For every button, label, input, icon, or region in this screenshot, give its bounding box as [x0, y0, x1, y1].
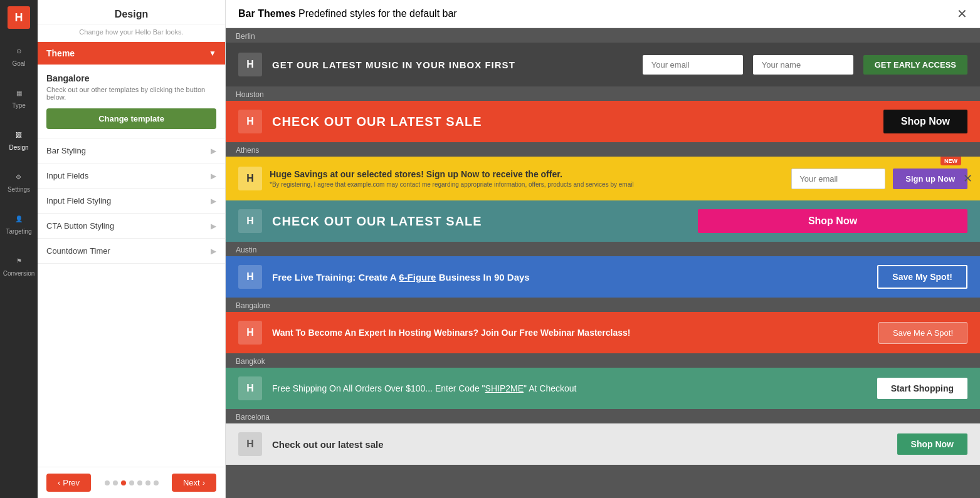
- cta-button-styling-label: CTA Button Styling: [46, 221, 114, 231]
- nav-goal[interactable]: ⊙ Goal: [12, 40, 26, 71]
- houston-logo: H: [238, 110, 262, 133]
- sidebar-bottom-nav: ‹ Prev Next ›: [38, 467, 225, 498]
- new-badge: NEW: [940, 157, 961, 165]
- bangkok-label: Bangkok: [226, 353, 980, 368]
- nav-settings[interactable]: ⚙ Settings: [8, 166, 30, 197]
- athens-sale-logo: H: [238, 209, 262, 233]
- athens-logo: H: [238, 167, 262, 190]
- modal-close-button[interactable]: ✕: [957, 6, 967, 21]
- prev-label: Prev: [63, 478, 80, 487]
- berlin-text: GET OUR LATEST MUSIC IN YOUR INBOX FIRST: [272, 60, 633, 70]
- app-logo: H: [8, 6, 30, 29]
- bar-houston: H Check out our latest sale Shop Now: [226, 101, 980, 142]
- countdown-timer-label: Countdown Timer: [46, 246, 110, 256]
- barcelona-text: Check out our latest sale: [272, 439, 887, 450]
- design-icon: 🖼: [12, 128, 26, 142]
- bar-berlin: H GET OUR LATEST MUSIC IN YOUR INBOX FIR…: [226, 43, 980, 86]
- houston-cta-button[interactable]: Shop Now: [883, 110, 967, 133]
- cta-arrow-icon: ▶: [211, 222, 216, 231]
- nav-type[interactable]: ▦ Type: [12, 82, 26, 113]
- nav-design[interactable]: 🖼 Design: [9, 124, 28, 155]
- countdown-timer-header[interactable]: Countdown Timer ▶: [38, 239, 225, 263]
- athens-sub-text: *By registering, I agree that example.co…: [270, 181, 784, 188]
- bangalore-text: Want To Become An Expert In Hosting Webi…: [272, 328, 868, 338]
- input-field-styling-arrow-icon: ▶: [211, 197, 216, 205]
- next-button[interactable]: Next ›: [172, 474, 216, 492]
- austin-text: Free Live Training: Create A 6-Figure Bu…: [272, 272, 867, 283]
- athens-main-text: Huge Savings at our selected stores! Sig…: [270, 169, 784, 179]
- bar-styling-arrow-icon: ▶: [211, 147, 216, 155]
- houston-text: Check out our latest sale: [272, 115, 873, 129]
- dot-4[interactable]: [129, 480, 134, 485]
- pagination-dots: [105, 480, 159, 485]
- bar-athens-sale: H Check out our latest sale Shop Now: [226, 200, 980, 242]
- athens-sale-text: Check out our latest sale: [272, 214, 688, 229]
- bangkok-text: Free Shipping On All Orders Over $100...…: [272, 383, 867, 393]
- berlin-logo: H: [238, 53, 262, 76]
- conversion-icon: ⚑: [12, 254, 26, 267]
- prev-arrow-icon: ‹: [58, 478, 60, 487]
- dot-1[interactable]: [105, 480, 110, 485]
- bar-styling-label: Bar Styling: [46, 146, 86, 155]
- input-field-styling-header[interactable]: Input Field Styling ▶: [38, 189, 225, 213]
- athens-close-button[interactable]: ✕: [963, 172, 972, 185]
- countdown-timer-section: Countdown Timer ▶: [38, 239, 225, 264]
- austin-cta-button[interactable]: Save My Spot!: [877, 265, 967, 289]
- type-icon: ▦: [12, 86, 26, 100]
- sidebar-subtitle: Change how your Hello Bar looks.: [38, 24, 225, 42]
- targeting-icon: 👤: [12, 212, 26, 226]
- bar-barcelona: H Check out our latest sale Shop Now: [226, 423, 980, 465]
- goal-icon: ⊙: [12, 44, 26, 58]
- austin-label: Austin: [226, 242, 980, 256]
- bar-bangalore: H Want To Become An Expert In Hosting We…: [226, 312, 980, 353]
- dot-2[interactable]: [113, 480, 118, 485]
- athens-cta-button[interactable]: Sign up Now: [893, 169, 967, 189]
- input-field-styling-section: Input Field Styling ▶: [38, 189, 225, 214]
- nav-conversion[interactable]: ⚑ Conversion: [3, 250, 35, 281]
- settings-icon: ⚙: [12, 170, 26, 184]
- input-fields-label: Input Fields: [46, 171, 88, 180]
- input-fields-arrow-icon: ▶: [211, 172, 216, 180]
- theme-arrow-icon: ▼: [209, 49, 216, 58]
- nav-targeting[interactable]: 👤 Targeting: [6, 208, 31, 239]
- berlin-email-input[interactable]: [643, 55, 743, 75]
- countdown-arrow-icon: ▶: [211, 247, 216, 256]
- bangalore-cta-button[interactable]: Save Me A Spot!: [878, 322, 967, 344]
- dot-3[interactable]: [121, 480, 126, 485]
- dot-7[interactable]: [154, 480, 159, 485]
- austin-logo: H: [238, 265, 262, 289]
- change-template-button[interactable]: Change template: [46, 108, 216, 129]
- barcelona-cta-button[interactable]: Shop Now: [897, 433, 967, 455]
- athens-sale-cta-button[interactable]: Shop Now: [698, 209, 967, 233]
- modal-header: Bar Themes Predefined styles for the def…: [226, 0, 980, 28]
- berlin-cta-button[interactable]: GET EARLY ACCESS: [863, 55, 967, 75]
- athens-email-input[interactable]: [791, 169, 885, 189]
- theme-desc: Check out our other templates by clickin…: [46, 86, 216, 101]
- berlin-name-input[interactable]: [753, 55, 853, 75]
- bangalore-label: Bangalore: [226, 298, 980, 312]
- dot-6[interactable]: [145, 480, 150, 485]
- sidebar-panel: Design Change how your Hello Bar looks. …: [38, 0, 226, 498]
- bar-athens-email: NEW H Huge Savings at our selected store…: [226, 157, 980, 200]
- input-fields-section: Input Fields ▶: [38, 163, 225, 189]
- bangalore-logo: H: [238, 321, 262, 345]
- bar-styling-header[interactable]: Bar Styling ▶: [38, 138, 225, 163]
- modal-title: Bar Themes Predefined styles for the def…: [238, 8, 457, 19]
- bangkok-logo: H: [238, 376, 262, 400]
- theme-name: Bangalore: [46, 73, 216, 83]
- themes-container: Berlin H GET OUR LATEST MUSIC IN YOUR IN…: [226, 28, 980, 465]
- cta-button-styling-header[interactable]: CTA Button Styling ▶: [38, 214, 225, 238]
- dot-5[interactable]: [137, 480, 142, 485]
- bar-styling-section: Bar Styling ▶: [38, 138, 225, 163]
- cta-button-styling-section: CTA Button Styling ▶: [38, 214, 225, 239]
- theme-content: Bangalore Check out our other templates …: [38, 65, 225, 138]
- prev-button[interactable]: ‹ Prev: [46, 474, 91, 492]
- input-fields-header[interactable]: Input Fields ▶: [38, 163, 225, 188]
- next-arrow-icon: ›: [203, 478, 205, 487]
- bar-austin: H Free Live Training: Create A 6-Figure …: [226, 256, 980, 298]
- sidebar-title: Design: [38, 0, 225, 24]
- houston-label: Houston: [226, 86, 980, 101]
- theme-section-header[interactable]: Theme ▼: [38, 42, 225, 65]
- barcelona-label: Barcelona: [226, 409, 980, 423]
- bangkok-cta-button[interactable]: Start Shopping: [877, 378, 967, 399]
